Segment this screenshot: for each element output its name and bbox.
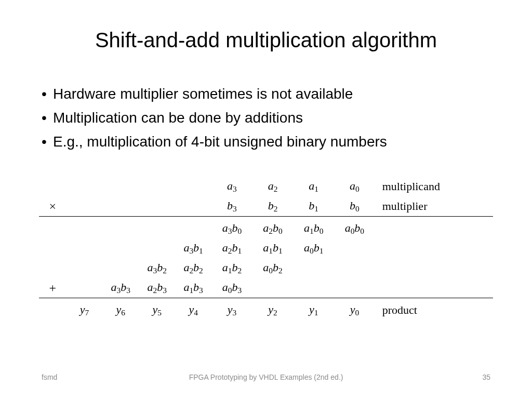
cell: a0b3 xyxy=(211,278,252,298)
row-label: product xyxy=(375,300,493,320)
cell: a2b3 xyxy=(139,278,175,298)
slide-title: Shift-and-add multiplication algorithm xyxy=(0,29,532,52)
slide-footer: fsmd FPGA Prototyping by VHDL Examples (… xyxy=(0,373,532,383)
row-partial-product: + a3b3 a2b3 a1b3 a0b3 xyxy=(39,278,493,298)
row-multiplier: × b3 b2 b1 b0 multiplier xyxy=(39,196,493,217)
bullet-dot-icon: • xyxy=(42,131,53,153)
bullet-list: • Hardware multiplier sometimes is not a… xyxy=(42,83,490,155)
cell: b1 xyxy=(293,196,334,217)
cell: a1b2 xyxy=(211,258,252,278)
cell: a2b2 xyxy=(175,258,211,278)
cell: y5 xyxy=(139,300,175,320)
cell: y7 xyxy=(66,300,102,320)
bullet-text: Multiplication can be done by additions xyxy=(53,107,303,129)
cell: a0b0 xyxy=(334,219,375,238)
bullet-text: Hardware multiplier sometimes is not ava… xyxy=(53,83,353,105)
cell: a3b2 xyxy=(139,258,175,278)
cell: b2 xyxy=(252,196,294,217)
cell: a0 xyxy=(334,177,375,196)
cell: y0 xyxy=(334,300,375,320)
cell: y4 xyxy=(175,300,211,320)
bullet-item: • Hardware multiplier sometimes is not a… xyxy=(42,83,490,105)
cell: a2 xyxy=(252,177,294,196)
bullet-dot-icon: • xyxy=(42,83,53,105)
cell: a3b1 xyxy=(175,238,211,258)
cell: a0b2 xyxy=(252,258,294,278)
cell: y6 xyxy=(102,300,139,320)
cell: a0b1 xyxy=(293,238,334,258)
row-label: multiplier xyxy=(375,196,493,217)
cell: a1b3 xyxy=(175,278,211,298)
cell: a1b0 xyxy=(293,219,334,238)
cell: a3 xyxy=(211,177,252,196)
cell: y3 xyxy=(211,300,252,320)
bullet-item: • E.g., multiplication of 4-bit unsigned… xyxy=(42,131,490,153)
cell: b0 xyxy=(334,196,375,217)
row-partial-product: a3b2 a2b2 a1b2 a0b2 xyxy=(39,258,493,278)
row-partial-product: a3b1 a2b1 a1b1 a0b1 xyxy=(39,238,493,258)
footer-page-number: 35 xyxy=(482,373,490,381)
bullet-dot-icon: • xyxy=(42,107,53,129)
cell: a2b1 xyxy=(211,238,252,258)
cell: a3b3 xyxy=(102,278,139,298)
row-partial-product: a3b0 a2b0 a1b0 a0b0 xyxy=(39,219,493,238)
cell: a3b0 xyxy=(211,219,252,238)
footer-center: FPGA Prototyping by VHDL Examples (2nd e… xyxy=(0,373,532,381)
row-multiplicand: a3 a2 a1 a0 multiplicand xyxy=(39,177,493,196)
row-label: multiplicand xyxy=(375,177,493,196)
cell: y1 xyxy=(293,300,334,320)
plus-icon: + xyxy=(39,278,66,298)
cell: b3 xyxy=(211,196,252,217)
bullet-text: E.g., multiplication of 4-bit unsigned b… xyxy=(53,131,387,153)
cell: a1b1 xyxy=(252,238,294,258)
cell: a2b0 xyxy=(252,219,294,238)
multiplication-table: a3 a2 a1 a0 multiplicand × b3 b2 b1 b0 m… xyxy=(39,177,493,320)
times-icon: × xyxy=(39,196,66,217)
bullet-item: • Multiplication can be done by addition… xyxy=(42,107,490,129)
cell: a1 xyxy=(293,177,334,196)
slide: Shift-and-add multiplication algorithm •… xyxy=(0,0,532,399)
cell: y2 xyxy=(252,300,294,320)
row-product: y7 y6 y5 y4 y3 y2 y1 y0 product xyxy=(39,300,493,320)
